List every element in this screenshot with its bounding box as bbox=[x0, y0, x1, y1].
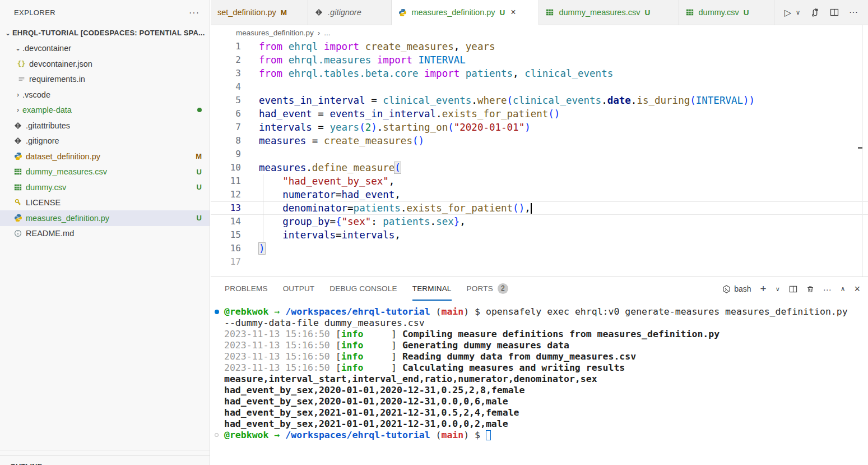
split-icon bbox=[789, 285, 797, 293]
panel-tab-terminal[interactable]: TERMINAL bbox=[412, 277, 452, 301]
terminal-content[interactable]: @rebkwok → /workspaces/ehrql-tutorial (m… bbox=[211, 301, 868, 465]
tree-item-example-data[interactable]: ›example-data bbox=[0, 103, 210, 118]
code-editor[interactable]: 1from ehrql import create_measures, year… bbox=[211, 40, 868, 277]
run-dropdown-icon[interactable]: ∨ bbox=[796, 9, 800, 16]
command-decoration-empty-icon[interactable] bbox=[215, 433, 219, 437]
tree-item-gitattributes[interactable]: .gitattributes bbox=[0, 118, 210, 133]
terminal-shell-label: bash bbox=[734, 284, 751, 293]
open-changes-icon[interactable] bbox=[810, 8, 820, 17]
command-decoration-icon[interactable] bbox=[215, 310, 219, 314]
editor-scrollbar[interactable] bbox=[862, 25, 863, 277]
panel-tab-label: PORTS bbox=[467, 284, 493, 293]
code-token: exists_for_patient bbox=[406, 202, 513, 214]
tree-item-vscode[interactable]: ›.vscode bbox=[0, 87, 210, 103]
terminal-text: ) $ bbox=[463, 430, 486, 440]
file-label: LICENSE bbox=[26, 198, 202, 207]
more-actions-button[interactable]: ··· bbox=[849, 7, 858, 17]
code-token: "had_event_by_sex" bbox=[282, 176, 389, 187]
tree-item-readme-md[interactable]: README.md bbox=[0, 226, 210, 242]
tab-dummy-measures-csv[interactable]: dummy_measures.csvU bbox=[539, 0, 679, 25]
tree-item-devcontainer-json[interactable]: {}devcontainer.json bbox=[0, 56, 210, 72]
breadcrumb-file[interactable]: measures_definition.py bbox=[236, 29, 314, 37]
code-line-9: 9 bbox=[211, 148, 868, 161]
git-status-badge: U bbox=[197, 214, 202, 222]
terminal-text: @rebkwok bbox=[224, 306, 268, 317]
explorer-header: EXPLORER ··· bbox=[0, 0, 210, 25]
run-button[interactable]: ▷ bbox=[785, 7, 791, 18]
panel-tab-problems[interactable]: PROBLEMS bbox=[225, 277, 268, 301]
tab-label: measures_definition.py bbox=[411, 8, 495, 17]
panel-header: PROBLEMSOUTPUTDEBUG CONSOLETERMINALPORTS… bbox=[211, 277, 868, 301]
tree-item-dataset-definition-py[interactable]: dataset_definition.pyM bbox=[0, 149, 210, 164]
file-label: dataset_definition.py bbox=[26, 152, 191, 161]
tree-item-requirements-in[interactable]: requirements.in bbox=[0, 72, 210, 88]
chevron-right-icon: › bbox=[4, 463, 7, 465]
tab-measures-definition-py[interactable]: measures_definition.pyU× bbox=[392, 0, 539, 25]
terminal-line-5: 2023-11-13 15:16:50 [info ] Reading dumm… bbox=[211, 351, 868, 362]
panel-tab-output[interactable]: OUTPUT bbox=[283, 277, 315, 301]
panel-tab-ports[interactable]: PORTS2 bbox=[467, 277, 508, 301]
code-token bbox=[259, 189, 282, 200]
git-status-badge: U bbox=[197, 183, 202, 191]
tree-root[interactable]: ⌄EHRQL-TUTORIAL [CODESPACES: POTENTIAL S… bbox=[0, 25, 210, 41]
terminal-text bbox=[268, 306, 274, 317]
terminal-text: ) $ bbox=[463, 306, 486, 317]
terminal-line-1: @rebkwok → /workspaces/ehrql-tutorial (m… bbox=[211, 306, 868, 317]
csv-icon bbox=[546, 8, 555, 17]
panel-tab-debug-console[interactable]: DEBUG CONSOLE bbox=[329, 277, 397, 301]
code-line-16: 16) bbox=[211, 242, 868, 255]
line-number: 8 bbox=[211, 134, 241, 148]
close-icon[interactable]: × bbox=[510, 7, 516, 17]
breadcrumb[interactable]: measures_definition.py › ... bbox=[211, 25, 868, 40]
panel-more-button[interactable]: ··· bbox=[823, 284, 832, 294]
line-number: 2 bbox=[211, 53, 241, 67]
tree-item-dummy-csv[interactable]: dummy.csvU bbox=[0, 179, 210, 195]
terminal-text: info bbox=[341, 340, 364, 351]
terminal-line-2: --dummy-data-file dummy_measures.csv bbox=[211, 317, 868, 329]
terminal-text: [ bbox=[336, 340, 341, 351]
code-token: group_by bbox=[282, 216, 329, 227]
tree-item-license[interactable]: LICENSE bbox=[0, 195, 210, 211]
code-text: numerator=had_event, bbox=[259, 188, 868, 201]
terminal-dropdown-button[interactable]: ∨ bbox=[776, 286, 780, 293]
code-text: denominator=patients.exists_for_patient(… bbox=[259, 201, 868, 215]
kill-terminal-button[interactable] bbox=[806, 285, 814, 293]
code-line-2: 2from ehrql.measures import INTERVAL bbox=[211, 53, 868, 67]
tab-gitignore[interactable]: .gitignore bbox=[308, 0, 392, 25]
code-line-6: 6had_event = events_in_interval.exists_f… bbox=[211, 107, 868, 121]
terminal-text: ] bbox=[363, 362, 402, 373]
file-label: .gitattributes bbox=[26, 121, 202, 130]
python-icon bbox=[13, 152, 22, 161]
code-token: had_event bbox=[342, 189, 395, 200]
code-token: = bbox=[365, 95, 383, 106]
tree-item-measures-definition-py[interactable]: measures_definition.pyU bbox=[0, 210, 210, 226]
tree-item-devcontainer[interactable]: ⌄.devcontainer bbox=[0, 41, 210, 57]
terminal-text bbox=[280, 306, 285, 317]
code-line-1: 1from ehrql import create_measures, year… bbox=[211, 40, 868, 53]
tab-set-definition-py[interactable]: set_definition.pyM bbox=[211, 0, 308, 25]
code-token: ) bbox=[524, 122, 531, 133]
breadcrumb-more[interactable]: ... bbox=[324, 29, 330, 37]
tab-bar: set_definition.pyM.gitignoremeasures_def… bbox=[211, 0, 868, 25]
tree-item-dummy-measures-csv[interactable]: dummy_measures.csvU bbox=[0, 164, 210, 180]
terminal-text: info bbox=[341, 362, 364, 373]
tree-item-gitignore[interactable]: .gitignore bbox=[0, 133, 210, 149]
untracked-dot-badge bbox=[197, 108, 202, 112]
outline-header[interactable]: › OUTLINE bbox=[0, 459, 210, 465]
code-token: = bbox=[336, 189, 342, 200]
split-terminal-button[interactable] bbox=[789, 285, 797, 293]
line-number: 1 bbox=[211, 40, 241, 53]
panel-tab-label: PROBLEMS bbox=[225, 284, 268, 293]
close-panel-button[interactable]: × bbox=[854, 283, 860, 295]
git-icon bbox=[13, 136, 22, 145]
split-editor-button[interactable] bbox=[830, 8, 839, 17]
maximize-panel-button[interactable]: ∧ bbox=[841, 285, 846, 293]
terminal-shell-selector[interactable]: bash bbox=[722, 284, 751, 293]
code-token: . bbox=[377, 122, 383, 133]
terminal-text: /workspaces/ehrql-tutorial bbox=[285, 306, 430, 317]
explorer-more-icon[interactable]: ··· bbox=[189, 8, 199, 18]
tab-dummy-csv[interactable]: dummy.csvU bbox=[679, 0, 774, 25]
file-label: example-data bbox=[22, 105, 193, 114]
code-text: intervals=intervals, bbox=[259, 228, 868, 242]
new-terminal-button[interactable]: + bbox=[760, 283, 767, 295]
